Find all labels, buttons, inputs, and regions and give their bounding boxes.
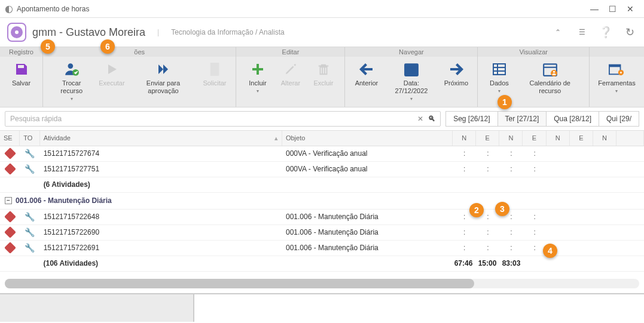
svg-point-17 <box>553 71 555 73</box>
ribbon: Registro Salvar ões Trocar recurso ▾ Exe <box>0 47 644 107</box>
col-objeto[interactable]: Objeto <box>282 131 453 146</box>
resource-calendar-button[interactable]: Calendário de recurso <box>515 59 584 97</box>
col-atividade[interactable]: Atividade▴ <box>40 131 282 146</box>
chevron-down-icon: ▾ <box>498 88 500 94</box>
totals-row: (106 Atividades) 67:46 15:00 83:03 <box>0 256 644 272</box>
svg-point-0 <box>68 63 73 69</box>
svg-rect-7 <box>413 69 415 70</box>
bottom-panel-left <box>0 294 194 322</box>
chevron-down-icon: ▾ <box>71 96 73 102</box>
clear-search-button[interactable]: ✕ <box>415 115 426 123</box>
app-glyph-icon: ◐ <box>5 3 13 14</box>
col-qua-e[interactable]: E <box>570 131 593 146</box>
search-input[interactable]: Pesquisa rápida ✕ 🔍︎ <box>5 111 441 127</box>
svg-rect-8 <box>407 72 408 73</box>
horizontal-scrollbar[interactable] <box>5 279 639 288</box>
svg-rect-9 <box>410 72 412 73</box>
refresh-icon[interactable]: ↻ <box>622 25 637 39</box>
day-tab-tue[interactable]: Ter [27/12] <box>498 111 547 127</box>
include-button[interactable]: Incluir ▾ <box>241 59 274 97</box>
table-row[interactable]: 🔧 15121715722648 001.006 - Manutenção Di… <box>0 210 644 225</box>
next-button[interactable]: Próximo <box>439 59 472 104</box>
execute-button[interactable]: Executar <box>95 59 128 104</box>
day-tabs: Seg [26/12] Ter [27/12] Qua [28/12] Qui … <box>445 111 639 127</box>
col-ter-e[interactable]: E <box>523 131 546 146</box>
close-button[interactable]: ✕ <box>621 2 639 16</box>
col-se[interactable]: SE <box>0 131 20 146</box>
date-button[interactable]: Data: 27/12/2022 ▾ <box>383 59 439 104</box>
chevron-down-icon: ▾ <box>257 88 259 94</box>
col-to[interactable]: TO <box>20 131 39 146</box>
total-seg-n: 67:46 <box>451 256 475 271</box>
delete-button[interactable]: Excluir <box>307 59 340 97</box>
wrench-icon: 🔧 <box>25 227 35 237</box>
change-resource-button[interactable]: Trocar recurso ▾ <box>48 59 95 104</box>
col-qua-n[interactable]: N <box>547 131 570 146</box>
title-bar: ◐ Apontamento de horas — ☐ ✕ <box>0 0 644 18</box>
group-editar-label: Editar <box>236 47 344 57</box>
group-registro-label: Registro <box>0 47 42 57</box>
help-icon[interactable]: ❔ <box>599 25 613 39</box>
svg-rect-19 <box>609 65 621 67</box>
table-row[interactable]: 🔧 15121715722691 001.006 - Manutenção Di… <box>0 241 644 256</box>
group-summary-row: (6 Atividades) <box>0 177 644 193</box>
grid-header: SE TO Atividade▴ Objeto N E N E N E N <box>0 131 644 146</box>
list-icon[interactable]: ☰ <box>575 25 589 39</box>
group-navegar-label: Navegar <box>345 47 477 57</box>
col-ter-n[interactable]: N <box>499 131 523 146</box>
table-row[interactable]: 🔧 15121715722690 001.006 - Manutenção Di… <box>0 225 644 241</box>
wrench-icon: 🔧 <box>25 149 35 158</box>
grid-body: 🔧 15121715727674 000VA - Verificação anu… <box>0 146 644 272</box>
edit-button[interactable]: Alterar <box>274 59 307 97</box>
search-icon[interactable]: 🔍︎ <box>428 115 435 123</box>
bottom-panel <box>0 293 644 322</box>
total-ter-n: 83:03 <box>499 256 523 271</box>
save-button[interactable]: Salvar <box>5 59 38 90</box>
search-placeholder: Pesquisa rápida <box>10 115 62 123</box>
wrench-icon: 🔧 <box>25 243 35 253</box>
col-seg-e[interactable]: E <box>476 131 499 146</box>
col-seg-n[interactable]: N <box>453 131 476 146</box>
collapse-icon[interactable]: ⌃ <box>551 25 565 39</box>
day-tab-mon[interactable]: Seg [26/12] <box>445 111 498 127</box>
object-cell: 000VA - Verificação anual <box>282 146 453 161</box>
status-icon <box>4 211 16 223</box>
previous-button[interactable]: Anterior <box>350 59 383 104</box>
group-acoes-label: ões <box>43 47 236 57</box>
svg-rect-2 <box>210 63 219 76</box>
page-header: gmm - Gustavo Moreira | Tecnologia da In… <box>0 18 644 47</box>
wrench-icon: 🔧 <box>25 212 35 222</box>
table-row[interactable]: 🔧 15121715727751 000VA - Verificação anu… <box>0 162 644 177</box>
activity-cell: 15121715727674 <box>40 146 282 161</box>
status-icon <box>4 164 16 176</box>
svg-rect-6 <box>410 69 412 70</box>
bottom-panel-right <box>194 294 644 322</box>
tools-button[interactable]: Ferramentas ▾ <box>594 59 639 97</box>
request-button[interactable]: Solicitar <box>198 59 231 104</box>
day-tab-thu[interactable]: Qui [29/ <box>599 111 639 127</box>
group-visualizar-label: Visualizar <box>478 47 589 57</box>
status-icon <box>4 148 16 160</box>
total-seg-e: 15:00 <box>475 256 499 271</box>
sort-asc-icon: ▴ <box>274 134 278 142</box>
col-qui-n[interactable]: N <box>593 131 616 146</box>
data-button[interactable]: Dados ▾ <box>483 59 515 97</box>
maximize-button[interactable]: ☐ <box>603 2 621 16</box>
chevron-down-icon: ▾ <box>615 88 618 94</box>
app-icon <box>7 23 26 42</box>
table-row[interactable]: 🔧 15121715727674 000VA - Verificação anu… <box>0 146 644 162</box>
collapse-group-icon[interactable]: − <box>5 197 12 204</box>
window-title: Apontamento de horas <box>17 5 585 13</box>
day-tab-wed[interactable]: Qua [28/12] <box>547 111 599 127</box>
minimize-button[interactable]: — <box>585 2 603 16</box>
status-icon <box>4 227 16 239</box>
svg-rect-10 <box>493 64 505 75</box>
wrench-icon: 🔧 <box>25 164 35 174</box>
scrollbar-thumb[interactable] <box>5 279 474 288</box>
chevron-down-icon: ▾ <box>410 96 413 102</box>
user-prefix: gmm <box>32 26 56 38</box>
user-name: Gustavo Moreira <box>66 26 145 38</box>
group-header[interactable]: − 001.006 - Manutenção Diária <box>0 193 644 210</box>
send-approval-button[interactable]: Enviar para aprovação <box>128 59 198 104</box>
user-role: Tecnologia da Informação / Analista <box>171 28 284 36</box>
